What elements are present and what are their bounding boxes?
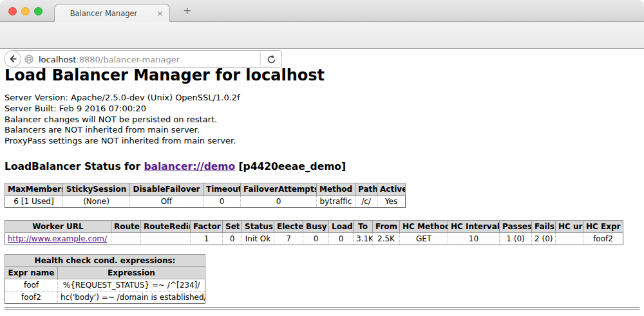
col-path: Path	[355, 183, 377, 195]
url-bar-divider	[260, 53, 261, 66]
page-bottom-divider	[5, 307, 639, 310]
reload-icon	[267, 55, 276, 64]
col-maxmembers: MaxMembers	[5, 183, 63, 195]
balancer-table-row: 6 [1 Used] (None) Off 0 0 bytraffic /c/ …	[5, 195, 406, 207]
heading-prefix: LoadBalancer Status for	[5, 161, 144, 172]
url-domain: localhost	[39, 55, 76, 64]
balancer-table-header-row: MaxMembers StickySession DisableFailover…	[5, 183, 406, 195]
globe-icon	[24, 54, 34, 64]
balancer-link[interactable]: balancer://demo	[144, 161, 235, 172]
balancer-status-heading: LoadBalancer Status for balancer://demo …	[5, 161, 644, 172]
browser-window: Balancer Manager × + localhost:8880/bala…	[0, 0, 644, 316]
url-bar[interactable]: localhost:8880/balancer-manager	[12, 50, 282, 68]
minimize-window-button[interactable]	[21, 7, 30, 15]
heading-suffix: [p4420eeae_demo]	[235, 161, 346, 172]
col-disablefailover: DisableFailover	[130, 183, 204, 195]
server-version: Server Version: Apache/2.5.0-dev (Unix) …	[5, 93, 644, 104]
worker-table: Worker URL Route RouteRedir Factor Set S…	[5, 220, 623, 245]
worker-url-link[interactable]: http://www.example.com/	[8, 234, 107, 243]
health-table-row: foof2 hc('body') =~ /domain is establish…	[5, 291, 205, 303]
url-path: :8880/balancer-manager	[76, 55, 180, 64]
close-window-button[interactable]	[8, 7, 17, 15]
notice-proxypass: ProxyPass settings are NOT inherited fro…	[5, 136, 644, 147]
navigation-toolbar: localhost:8880/balancer-manager	[0, 22, 644, 49]
col-failoverattempts: FailoverAttempts	[241, 183, 317, 195]
back-button[interactable]	[4, 50, 21, 68]
health-table-title-row: Health check cond. expressions:	[5, 254, 205, 266]
col-expression: Expression	[58, 266, 205, 279]
server-info: Server Version: Apache/2.5.0-dev (Unix) …	[5, 93, 644, 147]
tab-title: Balancer Manager	[55, 9, 153, 18]
worker-status: Init Ok	[242, 232, 274, 245]
back-icon	[8, 54, 17, 64]
col-active: Active	[377, 183, 406, 195]
new-tab-button[interactable]: +	[183, 5, 191, 17]
page-content: Load Balancer Manager for localhost Serv…	[0, 50, 644, 316]
notice-inherit: Balancers are NOT inherited from main se…	[5, 125, 644, 136]
notice-persist: Balancer changes will NOT be persisted o…	[5, 115, 644, 125]
col-method: Method	[317, 183, 355, 195]
reload-button[interactable]	[267, 55, 276, 67]
health-table-title: Health check cond. expressions:	[5, 254, 205, 266]
tab-balancer-manager[interactable]: Balancer Manager ×	[54, 4, 170, 22]
tab-bar: Balancer Manager × +	[0, 0, 644, 22]
zoom-window-button[interactable]	[34, 7, 43, 15]
server-built: Server Built: Feb 9 2016 07:00:20	[5, 104, 644, 115]
balancer-table: MaxMembers StickySession DisableFailover…	[5, 183, 406, 208]
col-expr-name: Expr name	[5, 266, 58, 279]
col-timeout: Timeout	[204, 183, 241, 195]
health-check-table: Health check cond. expressions: Expr nam…	[5, 254, 205, 304]
col-worker-url: Worker URL	[5, 220, 111, 232]
health-table-row: foof %{REQUEST_STATUS} =~ /^[234]/	[5, 279, 205, 291]
worker-table-row: http://www.example.com/ 1 0 Init Ok 7 0 …	[5, 232, 623, 245]
url-text[interactable]: localhost:8880/balancer-manager	[39, 55, 180, 64]
worker-table-header-row: Worker URL Route RouteRedir Factor Set S…	[5, 220, 623, 232]
page-title: Load Balancer Manager for localhost	[5, 66, 644, 84]
close-tab-icon[interactable]: ×	[156, 8, 164, 18]
health-table-header-row: Expr name Expression	[5, 266, 205, 279]
col-stickysession: StickySession	[63, 183, 130, 195]
